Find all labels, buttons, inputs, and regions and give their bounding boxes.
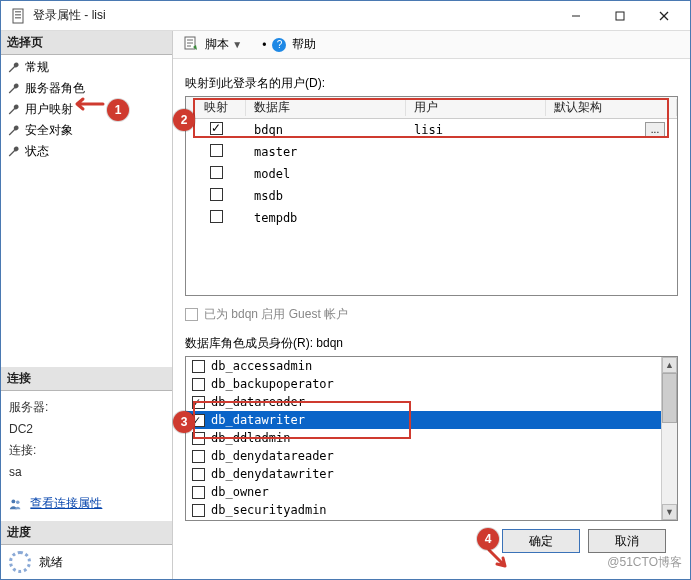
wrench-icon (7, 124, 21, 138)
svg-rect-2 (15, 14, 21, 16)
col-user: 用户 (406, 99, 546, 116)
mapping-users-label: 映射到此登录名的用户(D): (185, 75, 678, 92)
list-item[interactable]: db_backupoperator (186, 375, 661, 393)
conn-value: sa (9, 462, 164, 484)
db-cell: tempdb (246, 211, 406, 225)
table-row[interactable]: master (186, 141, 677, 163)
scroll-thumb[interactable] (662, 373, 677, 423)
watermark: @51CTO博客 (607, 554, 682, 571)
content-area: 映射到此登录名的用户(D): 映射 数据库 用户 默认架构 bdqn lisi … (173, 59, 690, 579)
wrench-icon (7, 61, 21, 75)
guest-label: 已为 bdqn 启用 Guest 帐户 (204, 306, 348, 323)
app-icon (11, 8, 27, 24)
help-icon: ? (272, 38, 286, 52)
close-button[interactable] (642, 1, 686, 30)
list-item[interactable]: db_denydatareader (186, 447, 661, 465)
list-item[interactable]: db_denydatawriter (186, 465, 661, 483)
scroll-down-button[interactable]: ▼ (662, 504, 677, 520)
role-checkbox[interactable] (192, 378, 205, 391)
select-page-header: 选择页 (1, 31, 172, 55)
svg-rect-3 (15, 17, 21, 19)
table-row[interactable]: bdqn lisi ... (186, 119, 677, 141)
arrow-icon (71, 95, 105, 113)
table-row[interactable]: msdb (186, 185, 677, 207)
mapping-grid[interactable]: 映射 数据库 用户 默认架构 bdqn lisi ... master (185, 96, 678, 296)
minimize-button[interactable] (554, 1, 598, 30)
role-checkbox[interactable] (192, 432, 205, 445)
server-value: DC2 (9, 419, 164, 441)
wrench-icon (7, 103, 21, 117)
svg-rect-5 (616, 12, 624, 20)
script-label: 脚本 (205, 37, 229, 51)
page-nav-list: 常规 服务器角色 用户映射 安全对象 状态 (1, 55, 172, 164)
role-checkbox[interactable] (192, 396, 205, 409)
wrench-icon (7, 145, 21, 159)
user-cell: lisi (406, 123, 546, 137)
db-cell: master (246, 145, 406, 159)
role-checkbox[interactable] (192, 504, 205, 517)
db-roles-listbox[interactable]: db_accessadmin db_backupoperator db_data… (185, 356, 678, 521)
role-checkbox[interactable] (192, 468, 205, 481)
callout-4: 4 (477, 528, 499, 550)
db-cell: bdqn (246, 123, 406, 137)
role-name: db_denydatawriter (211, 467, 334, 481)
nav-status[interactable]: 状态 (1, 141, 172, 162)
sidebar: 选择页 常规 服务器角色 用户映射 安全对象 状态 连接 服务器: DC2 连接… (1, 31, 173, 579)
maximize-button[interactable] (598, 1, 642, 30)
progress-status-text: 就绪 (39, 554, 63, 571)
map-checkbox[interactable] (210, 188, 223, 201)
titlebar: 登录属性 - lisi (1, 1, 690, 31)
col-db: 数据库 (246, 99, 406, 116)
guest-enabled-row: 已为 bdqn 启用 Guest 帐户 (185, 306, 678, 323)
script-dropdown[interactable]: 脚本 ▼ (205, 36, 242, 53)
map-checkbox[interactable] (210, 122, 223, 135)
schema-cell: ... (546, 122, 677, 138)
progress-spinner-icon (9, 551, 31, 573)
role-name: db_owner (211, 485, 269, 499)
roles-label: 数据库角色成员身份(R): bdqn (185, 335, 678, 352)
main-panel: 脚本 ▼ • ? 帮助 映射到此登录名的用户(D): 映射 数据库 用户 默认架… (173, 31, 690, 579)
list-item[interactable]: db_ddladmin (186, 429, 661, 447)
nav-general[interactable]: 常规 (1, 57, 172, 78)
list-item[interactable]: db_datareader (186, 393, 661, 411)
view-connection-properties-link[interactable]: 查看连接属性 (30, 493, 102, 515)
schema-browse-button[interactable]: ... (645, 122, 665, 138)
nav-label: 常规 (25, 59, 49, 76)
script-icon (183, 35, 199, 54)
list-item[interactable]: db_accessadmin (186, 357, 661, 375)
list-item[interactable]: db_datawriter (186, 411, 661, 429)
table-row[interactable]: model (186, 163, 677, 185)
progress-header: 进度 (1, 521, 172, 545)
nav-label: 安全对象 (25, 122, 73, 139)
dialog-footer: 确定 取消 (185, 521, 678, 563)
list-item[interactable]: db_owner (186, 483, 661, 501)
callout-2: 2 (173, 109, 195, 131)
nav-securables[interactable]: 安全对象 (1, 120, 172, 141)
window-title: 登录属性 - lisi (33, 7, 554, 24)
role-checkbox[interactable] (192, 486, 205, 499)
role-checkbox[interactable] (192, 450, 205, 463)
list-item[interactable]: public (186, 519, 661, 520)
role-name: db_securityadmin (211, 503, 327, 517)
cancel-button[interactable]: 取消 (588, 529, 666, 553)
table-row[interactable]: tempdb (186, 207, 677, 229)
list-item[interactable]: db_securityadmin (186, 501, 661, 519)
map-checkbox[interactable] (210, 166, 223, 179)
wrench-icon (7, 82, 21, 96)
ok-button[interactable]: 确定 (502, 529, 580, 553)
conn-label: 连接: (9, 440, 164, 462)
map-checkbox[interactable] (210, 144, 223, 157)
login-properties-window: 登录属性 - lisi 选择页 常规 服务器角色 用户映射 安全对象 状态 连 (0, 0, 691, 580)
window-body: 选择页 常规 服务器角色 用户映射 安全对象 状态 连接 服务器: DC2 连接… (1, 31, 690, 579)
col-schema: 默认架构 (546, 99, 677, 116)
role-checkbox[interactable] (192, 360, 205, 373)
chevron-down-icon: ▼ (232, 39, 242, 50)
map-checkbox[interactable] (210, 210, 223, 223)
help-button[interactable]: 帮助 (292, 36, 316, 53)
scroll-up-button[interactable]: ▲ (662, 357, 677, 373)
roles-scrollbar[interactable]: ▲ ▼ (661, 357, 677, 520)
nav-label: 用户映射 (25, 101, 73, 118)
server-label: 服务器: (9, 397, 164, 419)
role-name: db_denydatareader (211, 449, 334, 463)
db-cell: model (246, 167, 406, 181)
